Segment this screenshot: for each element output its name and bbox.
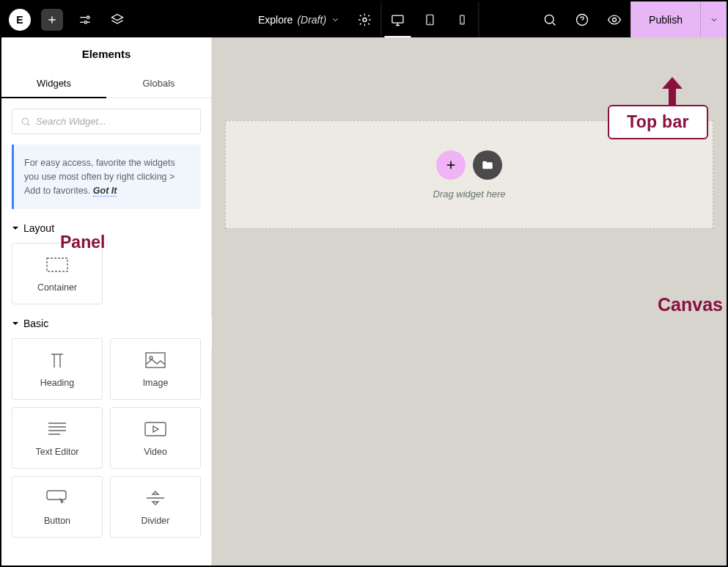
section-basic-header[interactable]: Basic	[12, 318, 201, 329]
panel-title: Elements	[1, 37, 211, 69]
caret-down-icon	[12, 224, 19, 232]
video-icon	[144, 422, 166, 436]
help-button[interactable]	[566, 1, 598, 37]
tab-globals[interactable]: Globals	[106, 69, 211, 98]
dropzone-folder-button[interactable]	[473, 150, 502, 180]
tip-gotit-link[interactable]: Got It	[93, 186, 117, 197]
tab-widgets[interactable]: Widgets	[1, 69, 106, 98]
layers-button[interactable]	[101, 1, 133, 37]
help-icon	[575, 12, 589, 27]
widget-button[interactable]: Button	[12, 476, 103, 538]
svg-point-8	[613, 18, 617, 21]
canvas-area[interactable]: Drag widget here Top bar Canvas	[212, 37, 727, 566]
section-basic-title: Basic	[23, 318, 48, 329]
gear-icon	[357, 12, 372, 27]
svg-rect-14	[47, 491, 66, 500]
heading-icon	[47, 351, 67, 369]
svg-rect-3	[392, 15, 403, 23]
structure-button[interactable]	[69, 1, 101, 37]
widget-label: Heading	[40, 378, 75, 388]
doc-name: Explore	[258, 14, 293, 26]
search-input[interactable]	[12, 109, 201, 134]
search-icon	[21, 117, 31, 127]
sliders-icon	[78, 12, 92, 27]
svg-point-9	[22, 118, 28, 124]
plus-icon	[46, 14, 58, 26]
finder-button[interactable]	[534, 1, 566, 37]
svg-point-0	[87, 16, 89, 18]
widget-heading[interactable]: Heading	[12, 338, 103, 400]
text-editor-icon	[48, 422, 67, 436]
publish-button[interactable]: Publish	[630, 1, 700, 37]
widget-label: Video	[144, 447, 167, 457]
chevron-down-icon	[710, 15, 718, 24]
device-desktop-button[interactable]	[381, 1, 413, 37]
doc-status: (Draft)	[297, 14, 326, 26]
tip-box: For easy access, favorite the widgets yo…	[12, 145, 201, 209]
widget-label: Container	[37, 282, 77, 293]
folder-icon	[481, 158, 494, 172]
layers-icon	[110, 12, 125, 27]
publish-dropdown[interactable]	[700, 1, 727, 37]
chevron-down-icon	[331, 15, 339, 24]
eye-icon	[607, 12, 622, 27]
dropzone-add-button[interactable]	[436, 150, 466, 180]
widget-label: Text Editor	[35, 447, 78, 457]
svg-point-2	[363, 18, 367, 21]
widget-image[interactable]: Image	[110, 338, 201, 400]
tablet-icon	[423, 13, 436, 26]
svg-rect-10	[47, 258, 67, 271]
settings-button[interactable]	[348, 1, 380, 37]
widget-label: Image	[143, 378, 169, 388]
publish-label: Publish	[649, 14, 683, 26]
plus-icon	[444, 158, 457, 172]
desktop-icon	[390, 12, 405, 27]
device-tablet-button[interactable]	[413, 1, 446, 37]
widget-divider[interactable]: Divider	[110, 476, 201, 538]
svg-point-1	[84, 21, 87, 23]
image-icon	[145, 352, 166, 368]
preview-button[interactable]	[598, 1, 630, 37]
svg-rect-11	[146, 353, 165, 367]
dropzone-label: Drag widget here	[433, 189, 506, 200]
annotation-canvas-label: Canvas	[658, 294, 723, 315]
document-title[interactable]: Explore (Draft)	[249, 14, 348, 26]
widget-label: Button	[44, 516, 70, 526]
svg-point-6	[545, 15, 554, 23]
button-icon	[46, 490, 68, 506]
mobile-icon	[456, 14, 468, 26]
widget-label: Divider	[141, 516, 170, 526]
widget-text-editor[interactable]: Text Editor	[12, 407, 103, 469]
annotation-panel-label: Panel	[60, 233, 105, 252]
annotation-arrow	[659, 77, 685, 108]
add-element-button[interactable]	[41, 9, 63, 31]
annotation-topbar-label: Top bar	[608, 105, 708, 139]
svg-rect-13	[145, 422, 166, 436]
device-mobile-button[interactable]	[446, 1, 478, 37]
logo-letter: E	[16, 14, 23, 26]
container-icon	[46, 257, 68, 272]
section-layout-header[interactable]: Layout	[12, 222, 201, 234]
search-icon	[543, 12, 557, 27]
widget-video[interactable]: Video	[110, 407, 201, 469]
divider-icon	[146, 491, 165, 505]
side-panel: Elements Widgets Globals For easy access…	[1, 37, 212, 566]
svg-point-12	[150, 356, 152, 359]
caret-down-icon	[12, 320, 19, 327]
elementor-logo[interactable]: E	[9, 9, 31, 31]
section-layout-title: Layout	[23, 222, 54, 234]
top-bar: E Explore (Draft)	[1, 1, 727, 37]
